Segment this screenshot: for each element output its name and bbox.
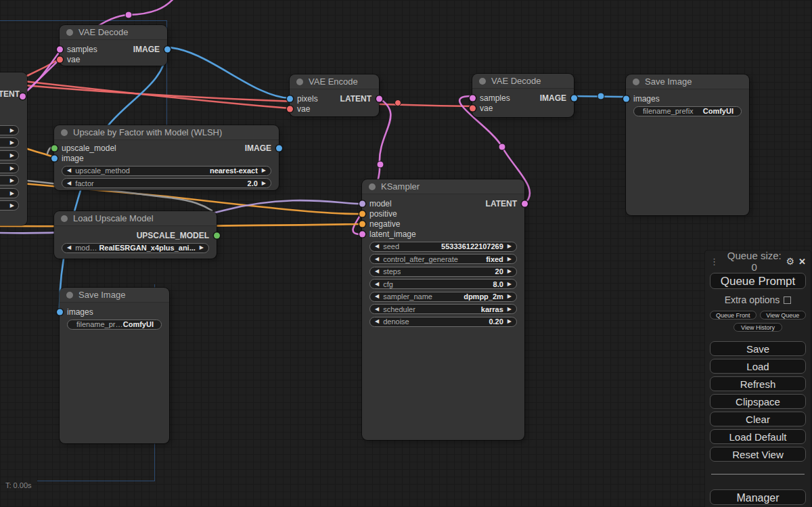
input-port-negative[interactable]	[359, 221, 365, 227]
stepper-right-icon[interactable]: ▶	[508, 319, 512, 324]
stepper-left-icon[interactable]: ◀	[67, 245, 71, 250]
widget-filename-prefix[interactable]: filename_prefixComfyUI	[633, 106, 742, 116]
close-icon[interactable]: ✕	[798, 257, 806, 267]
collapse-dot-icon[interactable]	[66, 29, 73, 36]
stepper-right-icon[interactable]: ▶	[10, 202, 14, 208]
widget-stub[interactable]: ▶	[0, 125, 19, 135]
collapse-dot-icon[interactable]	[66, 292, 73, 299]
widget-stub[interactable]: ▶	[0, 188, 19, 198]
widget-stub[interactable]: ▶	[0, 175, 19, 185]
stepper-right-icon[interactable]: ▶	[508, 307, 512, 312]
widget-upscale-method[interactable]: ◀upscale_methodnearest-exact▶	[62, 166, 271, 176]
stepper-right-icon[interactable]: ▶	[508, 269, 512, 274]
node-title-bar[interactable]: Load Upscale Model	[54, 211, 217, 226]
stepper-left-icon[interactable]: ◀	[375, 269, 379, 274]
queue-prompt-button[interactable]: Queue Prompt	[710, 273, 806, 289]
input-port-vae[interactable]	[57, 56, 63, 62]
widget-stub[interactable]: ▶	[0, 150, 19, 160]
link-midpoint-dot[interactable]	[377, 161, 384, 168]
stepper-right-icon[interactable]: ▶	[10, 127, 14, 133]
stepper-left-icon[interactable]: ◀	[375, 319, 379, 324]
input-port-images[interactable]	[57, 309, 63, 315]
node-ksampler[interactable]: KSampler modelLATENT positive negative l…	[362, 179, 524, 440]
manager-button[interactable]: Manager	[710, 489, 806, 505]
node-title-bar[interactable]: KSampler	[362, 179, 524, 194]
clear-button[interactable]: Clear	[710, 412, 806, 426]
node-load-upscale-model[interactable]: Load Upscale Model UPSCALE_MODEL ◀model_…	[54, 211, 217, 259]
collapse-dot-icon[interactable]	[633, 79, 639, 85]
node-title-bar[interactable]: Save Image	[60, 288, 169, 303]
view-queue-button[interactable]: View Queue	[760, 311, 807, 319]
stepper-right-icon[interactable]: ▶	[10, 177, 14, 183]
input-port-samples[interactable]	[470, 95, 476, 101]
input-port-upscale-model[interactable]	[51, 145, 58, 151]
output-port-upscale-model[interactable]	[214, 232, 220, 238]
collapse-dot-icon[interactable]	[479, 78, 486, 85]
widget-sampler-name[interactable]: ◀sampler_namedpmpp_2m▶	[369, 292, 517, 302]
stepper-right-icon[interactable]: ▶	[10, 190, 14, 196]
output-port-latent[interactable]	[522, 200, 528, 206]
node-title-bar[interactable]: VAE Decode	[60, 25, 167, 40]
output-port-image[interactable]	[571, 95, 577, 101]
input-port-images[interactable]	[623, 95, 629, 102]
collapse-dot-icon[interactable]	[296, 79, 303, 85]
stepper-left-icon[interactable]: ◀	[375, 257, 379, 262]
link-midpoint-dot[interactable]	[125, 12, 132, 18]
link-midpoint-dot[interactable]	[597, 93, 604, 100]
stepper-right-icon[interactable]: ▶	[200, 245, 204, 250]
queue-front-button[interactable]: Queue Front	[710, 311, 757, 319]
load-button[interactable]: Load	[710, 359, 806, 374]
save-button[interactable]: Save	[710, 341, 806, 356]
widget-denoise[interactable]: ◀denoise0.20▶	[369, 317, 517, 327]
widget-model-name[interactable]: ◀model_nameRealESRGAN_x4plus_ani...▶	[62, 243, 209, 253]
clipspace-button[interactable]: Clipspace	[710, 394, 806, 409]
widget-stub[interactable]: ▶	[0, 200, 19, 211]
stepper-right-icon[interactable]: ▶	[508, 257, 512, 262]
output-port-image[interactable]	[164, 46, 171, 52]
widget-filename-prefix[interactable]: filename_prefixComfyUI	[67, 319, 162, 330]
node-save-image-bl[interactable]: Save Image images filename_prefixComfyUI	[60, 288, 169, 443]
stepper-left-icon[interactable]: ◀	[375, 294, 379, 299]
wire-image-to-pixels[interactable]	[167, 47, 290, 98]
node-title-bar[interactable]: VAE Decode	[472, 74, 574, 89]
collapse-dot-icon[interactable]	[369, 183, 376, 190]
input-port-vae[interactable]	[470, 105, 476, 111]
stepper-right-icon[interactable]: ▶	[508, 294, 512, 299]
view-history-button[interactable]: View History	[734, 323, 782, 332]
stepper-left-icon[interactable]: ◀	[375, 282, 379, 287]
reset-view-button[interactable]: Reset View	[710, 447, 806, 462]
extra-options-checkbox[interactable]	[784, 296, 791, 304]
input-port-image[interactable]	[51, 155, 58, 161]
output-port-latent[interactable]	[20, 93, 26, 100]
input-port-positive[interactable]	[359, 211, 365, 217]
widget-stub[interactable]: ▶	[0, 163, 19, 173]
stepper-right-icon[interactable]: ▶	[10, 139, 14, 146]
node-partial-left[interactable]: LATENT ▶ ▶ ▶ ▶ ▶ ▶ ▶	[0, 72, 27, 225]
stepper-left-icon[interactable]: ◀	[67, 181, 71, 186]
stepper-right-icon[interactable]: ▶	[262, 168, 266, 173]
stepper-right-icon[interactable]: ▶	[508, 244, 512, 249]
node-title-bar[interactable]: VAE Encode	[290, 74, 379, 89]
stepper-left-icon[interactable]: ◀	[375, 244, 379, 249]
input-port-vae[interactable]	[287, 106, 293, 112]
node-vae-decode-r[interactable]: VAE Decode samplesIMAGE vae	[472, 74, 574, 117]
stepper-right-icon[interactable]: ▶	[10, 152, 14, 158]
link-midpoint-dot[interactable]	[395, 100, 401, 106]
node-title-bar[interactable]: Save Image	[626, 74, 749, 89]
input-port-pixels[interactable]	[287, 95, 293, 102]
stepper-left-icon[interactable]: ◀	[375, 307, 379, 312]
widget-stub[interactable]: ▶	[0, 137, 19, 148]
node-vae-decode-tl[interactable]: VAE Decode samplesIMAGE vae	[60, 25, 167, 66]
stepper-left-icon[interactable]: ◀	[67, 168, 71, 173]
input-port-model[interactable]	[359, 200, 365, 206]
widget-cfg[interactable]: ◀cfg8.0▶	[369, 279, 517, 289]
node-save-image-r[interactable]: Save Image images filename_prefixComfyUI	[626, 74, 749, 215]
stepper-right-icon[interactable]: ▶	[262, 181, 266, 186]
drag-handle-icon[interactable]: ⋮	[710, 257, 719, 267]
widget-factor[interactable]: ◀factor2.0▶	[62, 178, 271, 188]
node-vae-encode[interactable]: VAE Encode pixelsLATENT vae	[290, 74, 379, 116]
input-port-latent-image[interactable]	[359, 231, 365, 237]
stepper-right-icon[interactable]: ▶	[508, 282, 512, 287]
widget-scheduler[interactable]: ◀schedulerkarras▶	[369, 304, 517, 314]
stepper-right-icon[interactable]: ▶	[10, 165, 14, 171]
